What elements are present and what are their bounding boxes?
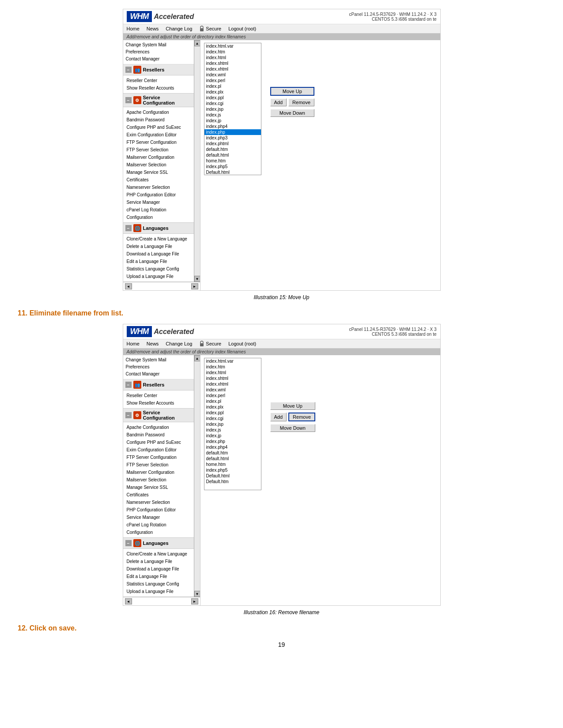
sidebar-cpanel-log-1[interactable]: cPanel Log Rotation [127,206,190,214]
sidebar-link-show-resellers-1[interactable]: Show Reseller Accounts [127,84,190,92]
list-item[interactable]: index.shtml [204,60,261,66]
sidebar-delete-lang-1[interactable]: Delete a Language File [127,243,190,250]
sidebar-link-mail-prefs-2[interactable]: Change System Mail Preferences [126,356,191,371]
sidebar-mailserver-sel-2[interactable]: Mailserver Selection [127,476,190,484]
list-item[interactable]: index.php [204,439,261,444]
list-item[interactable]: index.pl [204,83,261,89]
list-item[interactable]: index.ppl [204,95,261,101]
list-item[interactable]: index.pl [204,398,261,404]
list-item[interactable]: default.htm [204,146,261,152]
list-item[interactable]: index.xhtml [204,66,261,72]
remove-button-1[interactable]: Remove [288,98,314,106]
sidebar-nameserver-1[interactable]: Nameserver Selection [127,184,190,191]
sidebar-php-config-1[interactable]: PHP Configuration Editor [127,191,190,199]
sidebar-download-lang-1[interactable]: Download a Language File [127,250,190,258]
sidebar-right-arrow-2[interactable]: ► [191,598,198,604]
list-item[interactable]: index.jsp [204,421,261,427]
sidebar-ssl-certs-2[interactable]: Manage Service SSL Certificates [127,484,190,499]
sidebar-link-contact-mgr-2[interactable]: Contact Manager [126,371,191,378]
list-item[interactable]: index.html [204,370,261,375]
sidebar-download-lang-2[interactable]: Download a Language File [127,565,190,573]
nav-changelog-1[interactable]: Change Log [166,26,192,31]
list-item[interactable]: Default.html [204,473,261,479]
list-item[interactable]: index.phtml [204,141,261,146]
sidebar-link-reseller-center-1[interactable]: Reseller Center [127,77,190,84]
sidebar-mailserver-config-2[interactable]: Mailserver Configuration [127,469,190,476]
list-item[interactable]: Default.html [204,169,261,175]
scroll-up-1[interactable]: ▲ [194,40,200,46]
sidebar-minus-service-2[interactable]: − [125,412,132,418]
nav-changelog-2[interactable]: Change Log [166,341,192,346]
move-down-button-1[interactable]: Move Down [270,109,315,117]
sidebar-php-suexec-1[interactable]: Configure PHP and SuExec [127,124,190,131]
sidebar-ftp-selection-2[interactable]: FTP Server Selection [127,461,190,469]
list-item[interactable]: index.shtml [204,375,261,381]
list-item[interactable]: home.htm [204,462,261,467]
nav-secure-1[interactable]: Secure [199,26,221,32]
list-item[interactable]: index.wml [204,72,261,78]
nav-logout-2[interactable]: Logout (root) [228,341,256,346]
list-item-selected-1[interactable]: index.php [204,129,261,135]
list-item[interactable]: index.jp [204,433,261,439]
sidebar-left-arrow-1[interactable]: ◄ [125,283,132,289]
sidebar-mailserver-config-1[interactable]: Mailserver Configuration [127,154,190,161]
sidebar-ftp-selection-1[interactable]: FTP Server Selection [127,146,190,154]
list-item[interactable]: index.ppl [204,410,261,416]
list-item[interactable]: index.htm [204,364,261,370]
sidebar-apache-config-1[interactable]: Apache Configuration [127,109,190,116]
sidebar-right-arrow-1[interactable]: ► [191,283,198,289]
sidebar-link-contact-mgr-1[interactable]: Contact Manager [126,56,191,63]
remove-button-2[interactable]: Remove [288,413,315,421]
sidebar-configuration-1[interactable]: Configuration [127,214,190,221]
list-item[interactable]: index.php3 [204,135,261,141]
sidebar-nameserver-2[interactable]: Nameserver Selection [127,499,190,506]
sidebar-minus-service-1[interactable]: − [125,97,132,103]
add-button-1[interactable]: Add [270,98,287,106]
nav-news-2[interactable]: News [147,341,159,346]
list-item[interactable]: index.html [204,55,261,60]
sidebar-link-reseller-center-2[interactable]: Reseller Center [127,392,190,399]
list-item[interactable]: index.wml [204,387,261,393]
list-item[interactable]: index.php5 [204,164,261,169]
list-item[interactable]: index.html.var [204,43,261,49]
list-item[interactable]: index.jp [204,118,261,124]
sidebar-ssl-certs-1[interactable]: Manage Service SSL Certificates [127,169,190,184]
scroll-up-2[interactable]: ▲ [194,355,200,361]
sidebar-ftp-config-2[interactable]: FTP Server Configuration [127,454,190,461]
sidebar-cpanel-log-2[interactable]: cPanel Log Rotation [127,521,190,529]
scroll-track-2[interactable] [194,361,200,591]
list-item[interactable]: index.xhtml [204,381,261,387]
list-item[interactable]: index.cgi [204,416,261,421]
sidebar-link-mail-prefs-1[interactable]: Change System Mail Preferences [126,41,191,56]
list-item[interactable]: index.php4 [204,444,261,450]
sidebar-minus-lang-1[interactable]: − [125,225,132,231]
scroll-down-2[interactable]: ▼ [194,591,200,597]
list-item[interactable]: default.html [204,152,261,158]
sidebar-configuration-2[interactable]: Configuration [127,529,190,536]
sidebar-link-show-resellers-2[interactable]: Show Reseller Accounts [127,399,190,407]
list-item[interactable]: default.html [204,456,261,462]
list-item[interactable]: index.js [204,112,261,118]
nav-home-1[interactable]: Home [127,26,140,31]
sidebar-edit-lang-2[interactable]: Edit a Language File [127,573,190,580]
list-item[interactable]: index.php4 [204,124,261,129]
list-item[interactable]: index.plx [204,404,261,410]
sidebar-exim-2[interactable]: Exim Configuration Editor [127,446,190,454]
sidebar-left-arrow-2[interactable]: ◄ [125,598,132,604]
sidebar-minus-resellers-1[interactable]: − [125,67,132,73]
list-item[interactable]: Default.htm [204,479,261,484]
sidebar-service-mgr-2[interactable]: Service Manager [127,514,190,521]
sidebar-php-suexec-2[interactable]: Configure PHP and SuExec [127,439,190,446]
sidebar-scrollbar-1[interactable]: ▲ ▼ [194,40,200,282]
list-item[interactable]: default.htm [204,450,261,456]
sidebar-bandmin-1[interactable]: Bandmin Password [127,116,190,124]
sidebar-mailserver-sel-1[interactable]: Mailserver Selection [127,161,190,169]
sidebar-php-config-2[interactable]: PHP Configuration Editor [127,506,190,514]
list-item[interactable]: index.plx [204,89,261,95]
sidebar-stats-lang-1[interactable]: Statistics Language Config [127,265,190,273]
sidebar-minus-resellers-2[interactable]: − [125,382,132,388]
sidebar-service-mgr-1[interactable]: Service Manager [127,199,190,206]
sidebar-upload-lang-2[interactable]: Upload a Language File [127,588,190,595]
nav-logout-1[interactable]: Logout (root) [228,26,256,31]
list-item[interactable]: index.jsp [204,106,261,112]
